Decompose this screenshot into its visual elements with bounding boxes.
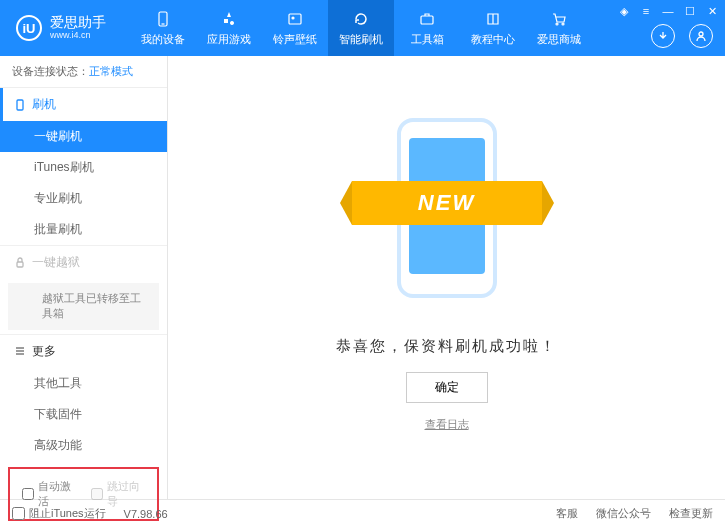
flash-icon	[14, 99, 26, 111]
minimize-icon[interactable]: —	[661, 4, 675, 18]
nav-apps[interactable]: 应用游戏	[196, 0, 262, 56]
svg-rect-2	[289, 14, 301, 24]
maximize-icon[interactable]: ☐	[683, 4, 697, 18]
nav-label: 爱思商城	[537, 32, 581, 47]
nav-label: 智能刷机	[339, 32, 383, 47]
top-nav: 我的设备 应用游戏 铃声壁纸 智能刷机 工具箱 教程中心 爱思商城	[130, 0, 592, 56]
sidebar-item-pro-flash[interactable]: 专业刷机	[0, 183, 167, 214]
phone-illustration: NEW	[382, 103, 512, 313]
svg-point-6	[562, 23, 564, 25]
checkbox-block-itunes[interactable]: 阻止iTunes运行	[12, 506, 106, 521]
checkbox-skip-setup[interactable]: 跳过向导	[91, 479, 146, 509]
nav-label: 我的设备	[141, 32, 185, 47]
svg-rect-9	[17, 262, 23, 267]
sidebar-section-flash[interactable]: 刷机	[0, 88, 167, 121]
nav-label: 应用游戏	[207, 32, 251, 47]
footer-update[interactable]: 检查更新	[669, 506, 713, 521]
main-content: NEW 恭喜您，保资料刷机成功啦！ 确定 查看日志	[168, 56, 725, 499]
sidebar-section-jailbreak: 一键越狱	[0, 246, 167, 279]
new-ribbon: NEW	[352, 181, 542, 225]
header-right-icons	[651, 24, 713, 48]
close-icon[interactable]: ✕	[705, 4, 719, 18]
nav-toolbox[interactable]: 工具箱	[394, 0, 460, 56]
phone-icon	[154, 10, 172, 28]
success-message: 恭喜您，保资料刷机成功啦！	[336, 337, 557, 356]
menu-icon[interactable]: ≡	[639, 4, 653, 18]
cart-icon	[550, 10, 568, 28]
sidebar-item-itunes-flash[interactable]: iTunes刷机	[0, 152, 167, 183]
view-log-link[interactable]: 查看日志	[425, 417, 469, 432]
lock-icon	[14, 257, 26, 269]
nav-store[interactable]: 爱思商城	[526, 0, 592, 56]
logo-icon: iU	[16, 15, 42, 41]
skin-icon[interactable]: ◈	[617, 4, 631, 18]
window-controls: ◈ ≡ — ☐ ✕	[617, 4, 719, 18]
sidebar-item-oneclick-flash[interactable]: 一键刷机	[0, 121, 167, 152]
toolbox-icon	[418, 10, 436, 28]
footer-support[interactable]: 客服	[556, 506, 578, 521]
sidebar-item-other-tools[interactable]: 其他工具	[0, 368, 167, 399]
nav-label: 教程中心	[471, 32, 515, 47]
sidebar: 设备连接状态：正常模式 刷机 一键刷机 iTunes刷机 专业刷机 批量刷机 一…	[0, 56, 168, 499]
download-icon[interactable]	[651, 24, 675, 48]
sidebar-item-download-fw[interactable]: 下载固件	[0, 399, 167, 430]
svg-point-3	[292, 17, 294, 19]
book-icon	[484, 10, 502, 28]
app-name: 爱思助手	[50, 15, 106, 30]
ok-button[interactable]: 确定	[406, 372, 488, 403]
app-header: iU 爱思助手 www.i4.cn 我的设备 应用游戏 铃声壁纸 智能刷机 工具…	[0, 0, 725, 56]
nav-my-device[interactable]: 我的设备	[130, 0, 196, 56]
sidebar-item-batch-flash[interactable]: 批量刷机	[0, 214, 167, 245]
checkbox-auto-activate[interactable]: 自动激活	[22, 479, 77, 509]
nav-label: 铃声壁纸	[273, 32, 317, 47]
app-url: www.i4.cn	[50, 31, 106, 41]
sidebar-section-more[interactable]: 更多	[0, 335, 167, 368]
nav-label: 工具箱	[411, 32, 444, 47]
footer-wechat[interactable]: 微信公众号	[596, 506, 651, 521]
refresh-icon	[352, 10, 370, 28]
svg-point-5	[556, 23, 558, 25]
apps-icon	[220, 10, 238, 28]
sidebar-item-advanced[interactable]: 高级功能	[0, 430, 167, 461]
nav-flash[interactable]: 智能刷机	[328, 0, 394, 56]
svg-rect-8	[17, 100, 23, 110]
jailbreak-note: 越狱工具已转移至工具箱	[8, 283, 159, 330]
device-status: 设备连接状态：正常模式	[0, 56, 167, 88]
nav-tutorials[interactable]: 教程中心	[460, 0, 526, 56]
image-icon	[286, 10, 304, 28]
version-label: V7.98.66	[124, 508, 168, 520]
nav-ringtones[interactable]: 铃声壁纸	[262, 0, 328, 56]
svg-point-7	[699, 32, 703, 36]
svg-rect-4	[421, 16, 433, 24]
user-icon[interactable]	[689, 24, 713, 48]
logo-area: iU 爱思助手 www.i4.cn	[0, 15, 122, 41]
more-icon	[14, 345, 26, 357]
